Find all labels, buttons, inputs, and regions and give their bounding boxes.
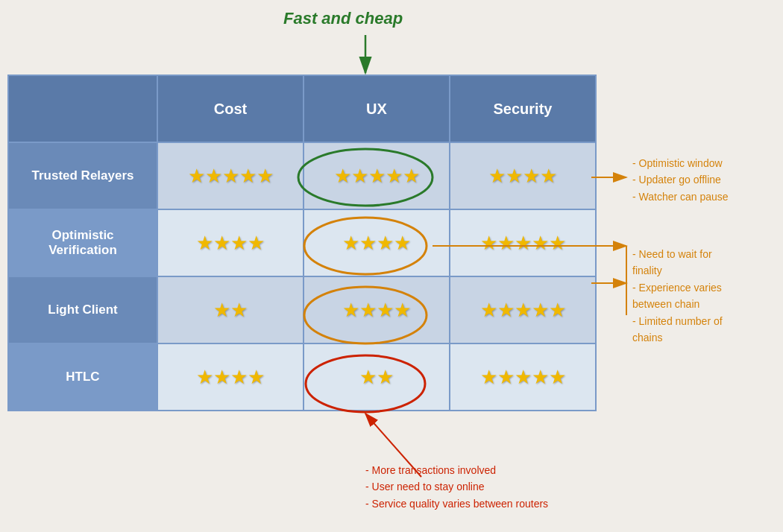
header-col1: Cost <box>157 75 304 142</box>
ux-optimistic: ★★★★ <box>304 209 450 276</box>
row-optimistic-verification: OptimisticVerification ★★★★ ★★★★ ★★★★★ <box>8 209 596 276</box>
comparison-table-wrapper: Cost UX Security Trusted Relayers ★★★★★ … <box>7 75 597 411</box>
comparison-table: Cost UX Security Trusted Relayers ★★★★★ … <box>7 75 597 411</box>
label-optimistic: OptimisticVerification <box>8 209 157 276</box>
cost-optimistic: ★★★★ <box>157 209 304 276</box>
annotation-ol-line2: finality <box>632 262 723 279</box>
header-col3: Security <box>450 75 596 142</box>
annotation-optimistic-light: - Need to wait for finality - Experience… <box>632 246 723 346</box>
ux-htlc: ★★ <box>304 343 450 411</box>
cost-light: ★★ <box>157 276 304 343</box>
ux-light: ★★★★ <box>304 276 450 343</box>
label-htlc: HTLC <box>8 343 157 411</box>
fast-cheap-label: Fast and cheap <box>283 9 403 28</box>
annotation-ol-line4: between chain <box>632 296 723 312</box>
header-col0 <box>8 75 157 142</box>
page-container: Fast and cheap Cost UX Security Trusted … <box>0 0 783 532</box>
annotation-ol-line1: - Need to wait for <box>632 246 723 262</box>
row-trusted-relayers: Trusted Relayers ★★★★★ ★★★★★ ★★★★ <box>8 142 596 209</box>
security-optimistic: ★★★★★ <box>450 209 596 276</box>
annotation-trusted-line3: - Watcher can pause <box>632 189 729 205</box>
security-light: ★★★★★ <box>450 276 596 343</box>
annotation-htlc-line3: - Service quality varies between routers <box>365 495 548 512</box>
annotation-htlc: - More transactions involved - User need… <box>365 462 548 512</box>
annotation-ol-line6: chains <box>632 329 723 346</box>
row-light-client: Light Client ★★ ★★★★ ★★★★★ <box>8 276 596 343</box>
annotation-htlc-line1: - More transactions involved <box>365 462 548 478</box>
annotation-ol-line3: - Experience varies <box>632 279 723 296</box>
annotation-htlc-line2: - User need to stay online <box>365 478 548 495</box>
label-trusted-relayers: Trusted Relayers <box>8 142 157 209</box>
annotation-trusted-line2: - Updater go offline <box>632 171 729 188</box>
annotation-trusted-line1: - Optimistic window <box>632 155 729 171</box>
label-light-client: Light Client <box>8 276 157 343</box>
annotation-trusted: - Optimistic window - Updater go offline… <box>632 155 729 205</box>
annotation-ol-line5: - Limited number of <box>632 313 723 329</box>
cost-trusted: ★★★★★ <box>157 142 304 209</box>
security-trusted: ★★★★ <box>450 142 596 209</box>
security-htlc: ★★★★★ <box>450 343 596 411</box>
row-htlc: HTLC ★★★★ ★★ ★★★★★ <box>8 343 596 411</box>
ux-trusted: ★★★★★ <box>304 142 450 209</box>
table-header-row: Cost UX Security <box>8 75 596 142</box>
header-col2: UX <box>304 75 450 142</box>
cost-htlc: ★★★★ <box>157 343 304 411</box>
